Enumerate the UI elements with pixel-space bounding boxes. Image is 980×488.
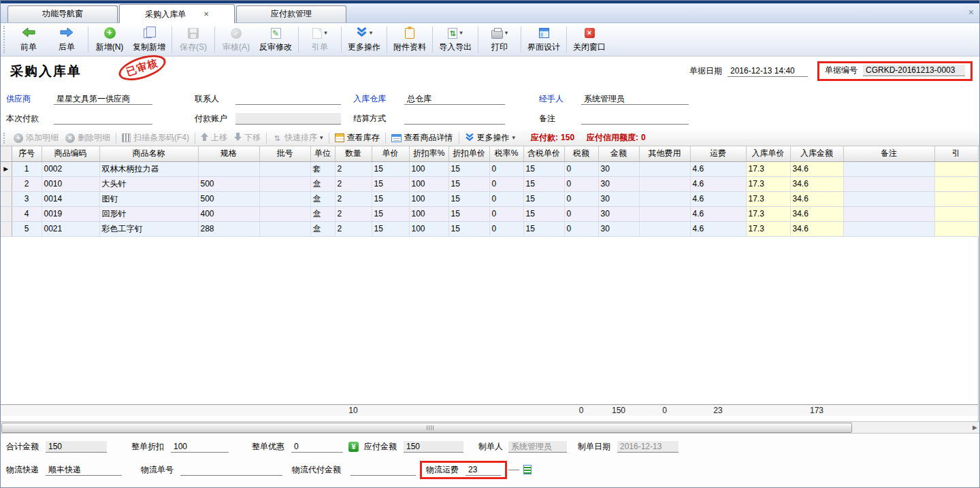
grid-cell[interactable]: 17.3 <box>746 221 790 236</box>
grid-cell[interactable]: 彩色工字钉 <box>99 221 198 236</box>
grid-column-header[interactable]: 序号 <box>12 146 42 161</box>
grid-cell[interactable]: 大头针 <box>99 176 198 191</box>
audit-button[interactable]: 审核(A) <box>217 25 255 54</box>
grid-cell[interactable]: 0 <box>564 176 598 191</box>
grid-cell[interactable]: 34.6 <box>790 191 843 206</box>
grid-cell[interactable]: 100 <box>409 191 448 206</box>
grid-column-header[interactable]: 金额 <box>598 146 639 161</box>
grid-cell[interactable]: 15 <box>523 161 564 176</box>
tab-payables[interactable]: 应付款管理 <box>236 5 346 22</box>
grid-cell[interactable] <box>843 206 934 221</box>
grid-cell[interactable] <box>934 206 978 221</box>
grid-cell[interactable]: 500 <box>198 176 259 191</box>
grid-cell[interactable] <box>198 161 259 176</box>
grid-cell[interactable]: 5 <box>12 221 42 236</box>
grid-cell[interactable]: 34.6 <box>790 161 843 176</box>
grid-cell[interactable]: 30 <box>598 161 639 176</box>
grid-cell[interactable]: 盒 <box>310 176 335 191</box>
grid-cell[interactable]: 4.6 <box>690 206 746 221</box>
dropdown-arrow-icon[interactable]: ▾ <box>324 30 327 36</box>
grid-cell[interactable]: 2 <box>335 191 372 206</box>
delete-line-button[interactable]: 删除明细 <box>65 132 110 144</box>
grid-cell[interactable]: 1 <box>12 161 42 176</box>
payment-field[interactable] <box>54 113 152 125</box>
grid-column-header[interactable]: 规格 <box>198 146 259 161</box>
grid-cell[interactable] <box>259 221 310 236</box>
grid-cell[interactable] <box>259 176 310 191</box>
grid-cell[interactable]: 4.6 <box>690 221 746 236</box>
grid-cell[interactable]: 0002 <box>42 161 99 176</box>
grid-cell[interactable]: 30 <box>598 176 639 191</box>
grid-cell[interactable]: 100 <box>409 176 448 191</box>
tab-nav-window[interactable]: 功能导航窗 <box>7 5 118 22</box>
grid-cell[interactable] <box>934 191 978 206</box>
grid-cell[interactable] <box>259 191 310 206</box>
whole-rebate-field[interactable]: 0 <box>291 441 343 453</box>
grid-cell[interactable]: 17.3 <box>746 176 790 191</box>
grid-cell[interactable]: 0 <box>489 176 523 191</box>
grid-cell[interactable]: 回形针 <box>99 206 198 221</box>
grid-cell[interactable]: 0 <box>564 221 598 236</box>
grid-cell[interactable]: 4.6 <box>690 191 746 206</box>
grid-cell[interactable]: 500 <box>198 191 259 206</box>
grid-cell[interactable]: 2 <box>335 221 372 236</box>
dropdown-arrow-icon[interactable]: ▾ <box>320 135 323 141</box>
scan-barcode-button[interactable]: 扫描条形码(F4) <box>122 132 189 144</box>
grid-cell[interactable]: 0 <box>489 161 523 176</box>
grid-cell[interactable] <box>843 161 934 176</box>
grid-cell[interactable]: 15 <box>523 176 564 191</box>
grid-column-header[interactable]: 商品编码 <box>42 146 99 161</box>
grid-cell[interactable] <box>259 206 310 221</box>
grid-column-header[interactable]: 批号 <box>259 146 310 161</box>
grid-cell[interactable]: 17.3 <box>746 191 790 206</box>
grid-cell[interactable]: 17.3 <box>746 206 790 221</box>
logistics-no-field[interactable] <box>180 464 282 476</box>
supplier-field[interactable]: 星星文具第一供应商 <box>54 93 152 105</box>
grid-column-header[interactable]: 入库金额 <box>790 146 843 161</box>
grid-cell[interactable]: 盒 <box>310 221 335 236</box>
grid-column-header[interactable]: 商品名称 <box>99 146 198 161</box>
grid-cell[interactable]: 盒 <box>310 191 335 206</box>
grid-column-header[interactable]: 运费 <box>690 146 746 161</box>
pull-doc-button[interactable]: ▾ 引单 <box>301 25 339 54</box>
grid-row-selector-header[interactable] <box>1 146 12 161</box>
grid-cell[interactable] <box>639 191 690 206</box>
grid-cell[interactable] <box>639 221 690 236</box>
more-actions-button[interactable]: ▾ 更多操作 <box>344 25 385 54</box>
grid-cell[interactable] <box>639 161 690 176</box>
window-close-icon[interactable]: × <box>968 7 974 17</box>
grid-cell[interactable]: 100 <box>409 161 448 176</box>
grid-cell[interactable]: 0 <box>564 161 598 176</box>
warehouse-field[interactable]: 总仓库 <box>404 93 505 105</box>
print-button[interactable]: ▾ 打印 <box>480 25 519 54</box>
grid-cell[interactable]: 34.6 <box>790 221 843 236</box>
grid-column-header[interactable]: 税额 <box>564 146 598 161</box>
grid-cell[interactable]: 0 <box>564 206 598 221</box>
grid-cell[interactable]: 288 <box>198 221 259 236</box>
grid-cell[interactable] <box>1 221 12 236</box>
ui-design-button[interactable]: 界面设计 <box>523 25 564 54</box>
scrollbar-thumb[interactable] <box>1 423 852 433</box>
grid-cell[interactable]: 2 <box>335 161 372 176</box>
grid-cell[interactable]: 15 <box>448 161 489 176</box>
detail-more-actions-button[interactable]: 更多操作 ▾ <box>465 132 516 144</box>
grid-cell[interactable]: 15 <box>372 161 409 176</box>
grid-cell[interactable] <box>1 206 12 221</box>
move-down-button[interactable]: 下移 <box>234 132 261 144</box>
settlement-field[interactable] <box>404 113 505 125</box>
view-stock-button[interactable]: 查看库存 <box>335 132 380 144</box>
tab-close-icon[interactable]: × <box>203 10 209 18</box>
grid-column-header[interactable]: 折扣单价 <box>448 146 489 161</box>
grid-cell[interactable] <box>259 161 310 176</box>
grid-cell[interactable]: 15 <box>523 221 564 236</box>
grid-cell[interactable]: 15 <box>523 206 564 221</box>
grid-cell[interactable]: 15 <box>372 206 409 221</box>
grid-cell[interactable]: 0 <box>489 191 523 206</box>
logistics-collect-field[interactable] <box>350 464 416 476</box>
grid-cell[interactable]: 15 <box>448 176 489 191</box>
logistics-freight-field[interactable]: 23 <box>466 464 501 476</box>
dropdown-arrow-icon[interactable]: ▾ <box>370 30 373 36</box>
grid-column-header[interactable]: 含税单价 <box>523 146 564 161</box>
scroll-right-arrow-icon[interactable]: ▶ <box>973 424 977 431</box>
grid-cell[interactable]: 15 <box>448 206 489 221</box>
